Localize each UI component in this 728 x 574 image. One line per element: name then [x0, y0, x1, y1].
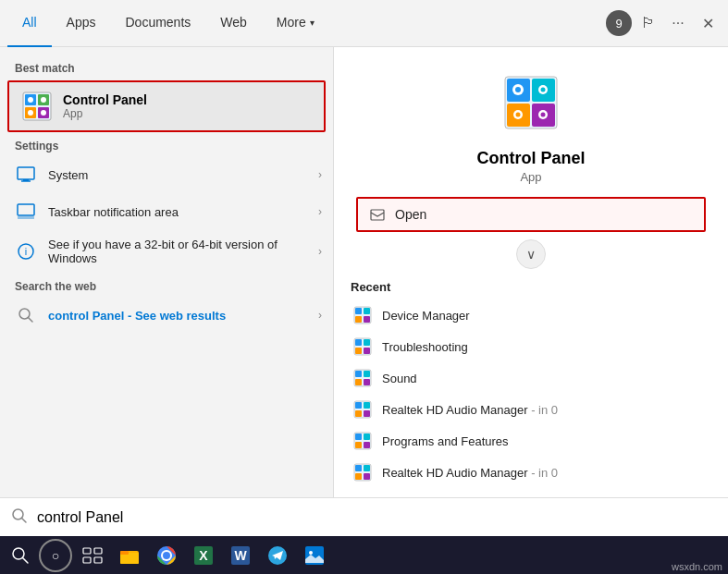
- search-web-header: Search the web: [0, 276, 333, 297]
- svg-rect-67: [94, 548, 102, 554]
- svg-rect-36: [364, 316, 370, 323]
- svg-point-27: [516, 113, 521, 117]
- info-icon: i: [15, 240, 37, 263]
- tabs-bar: All Apps Documents Web More ▾ 9 🏳 ··· ✕: [0, 0, 728, 47]
- tab-documents[interactable]: Documents: [110, 0, 205, 47]
- svg-rect-58: [355, 465, 362, 471]
- tab-more[interactable]: More ▾: [262, 0, 329, 47]
- svg-text:W: W: [234, 548, 247, 563]
- svg-line-17: [29, 318, 33, 323]
- monitor-icon: [15, 164, 37, 186]
- open-icon: [369, 206, 386, 223]
- svg-rect-38: [355, 339, 362, 346]
- control-panel-tiny-icon-6: [352, 462, 373, 482]
- content-area: Best match: [0, 47, 728, 536]
- svg-rect-54: [364, 434, 370, 440]
- taskbar-photos-icon[interactable]: [298, 539, 331, 572]
- settings-header: Settings: [0, 136, 333, 156]
- recent-item-device-manager[interactable]: Device Manager: [349, 299, 713, 331]
- svg-text:i: i: [25, 246, 27, 257]
- tab-apps[interactable]: Apps: [52, 0, 111, 47]
- recent-item-realtek2[interactable]: Realtek HD Audio Manager - in 0: [349, 457, 713, 488]
- recent-item-troubleshooting[interactable]: Troubleshooting: [349, 331, 713, 362]
- recent-item-programs[interactable]: Programs and Features: [349, 425, 713, 457]
- svg-rect-48: [355, 402, 362, 409]
- svg-point-7: [28, 110, 33, 116]
- search-input[interactable]: [37, 509, 717, 526]
- settings-bitversion-label: See if you have a 32-bit or 64-bit versi…: [48, 238, 318, 265]
- svg-rect-44: [364, 371, 370, 377]
- taskbar-chrome-icon[interactable]: [150, 539, 183, 572]
- svg-rect-40: [355, 348, 362, 354]
- left-panel: Best match: [0, 47, 333, 536]
- svg-rect-31: [371, 210, 384, 220]
- tabs-right-controls: 9 🏳 ··· ✕: [606, 10, 721, 36]
- control-panel-tiny-icon-4: [352, 399, 373, 420]
- recent-item-realtek1-text: Realtek HD Audio Manager - in 0: [382, 403, 558, 417]
- svg-point-24: [541, 88, 546, 92]
- watermark: wsxdn.com: [672, 561, 722, 572]
- taskbar: ○ X W: [0, 536, 728, 574]
- svg-rect-72: [120, 551, 129, 555]
- taskbar-word-icon[interactable]: W: [224, 539, 257, 572]
- svg-rect-45: [355, 379, 362, 385]
- search-web-text: control Panel - See web results: [48, 309, 226, 323]
- settings-item-system[interactable]: System ›: [0, 156, 333, 193]
- svg-point-21: [515, 87, 521, 92]
- open-button[interactable]: Open: [356, 197, 706, 232]
- right-panel: Control Panel App Open ∨ Recent Dev: [333, 47, 728, 536]
- svg-rect-69: [94, 557, 102, 563]
- search-web-icon: [15, 304, 37, 326]
- control-panel-icon-large: [494, 66, 568, 140]
- svg-rect-12: [18, 204, 34, 215]
- settings-item-bitversion[interactable]: i See if you have a 32-bit or 64-bit ver…: [0, 230, 333, 273]
- svg-point-75: [163, 552, 170, 559]
- app-title: Control Panel: [476, 149, 585, 168]
- settings-item-taskbar[interactable]: Taskbar notification area ›: [0, 193, 333, 230]
- chevron-right-icon-2: ›: [318, 205, 322, 218]
- best-match-title: Control Panel: [63, 92, 147, 107]
- tab-all[interactable]: All: [7, 0, 52, 47]
- settings-taskbar-label: Taskbar notification area: [48, 205, 318, 219]
- taskbar-cortana-btn[interactable]: ○: [39, 539, 72, 572]
- recent-item-realtek1[interactable]: Realtek HD Audio Manager - in 0: [349, 394, 713, 425]
- recent-item-sound-text: Sound: [382, 372, 417, 385]
- svg-rect-66: [83, 548, 91, 554]
- svg-rect-49: [364, 402, 370, 409]
- recent-item-sound[interactable]: Sound: [349, 362, 713, 394]
- best-match-text: Control Panel App: [63, 92, 147, 120]
- best-match-item[interactable]: Control Panel App: [7, 80, 326, 132]
- recent-item-device-manager-text: Device Manager: [382, 309, 470, 323]
- svg-point-8: [41, 110, 46, 116]
- open-label: Open: [395, 207, 426, 222]
- recent-item-troubleshooting-text: Troubleshooting: [382, 340, 468, 354]
- chevron-down-icon: ∨: [526, 247, 536, 262]
- svg-rect-60: [355, 473, 362, 480]
- more-dropdown-icon: ▾: [310, 18, 315, 28]
- control-panel-tiny-icon-3: [352, 368, 373, 388]
- svg-line-65: [23, 557, 29, 563]
- svg-rect-51: [364, 410, 370, 417]
- close-icon[interactable]: ✕: [695, 10, 721, 36]
- svg-rect-56: [364, 442, 370, 448]
- svg-rect-33: [355, 308, 362, 314]
- control-panel-tiny-icon-2: [352, 336, 373, 357]
- best-match-header: Best match: [0, 58, 333, 79]
- taskbar-taskview-icon[interactable]: [76, 539, 109, 572]
- taskbar-search-icon[interactable]: [4, 539, 37, 572]
- svg-rect-46: [364, 379, 370, 385]
- svg-rect-50: [355, 410, 362, 417]
- notification-badge[interactable]: 9: [606, 10, 632, 36]
- feedback-icon[interactable]: 🏳: [635, 10, 661, 36]
- taskbar-excel-icon[interactable]: X: [187, 539, 220, 572]
- search-input-row: [0, 497, 728, 536]
- expand-button[interactable]: ∨: [516, 239, 546, 269]
- search-web-item[interactable]: control Panel - See web results ›: [0, 297, 333, 334]
- tab-web[interactable]: Web: [205, 0, 262, 47]
- taskbar-explorer-icon[interactable]: [113, 539, 146, 572]
- more-options-icon[interactable]: ···: [665, 10, 691, 36]
- svg-rect-55: [355, 442, 362, 448]
- taskbar-telegram-icon[interactable]: [261, 539, 294, 572]
- svg-rect-34: [364, 308, 370, 314]
- settings-system-label: System: [48, 168, 318, 182]
